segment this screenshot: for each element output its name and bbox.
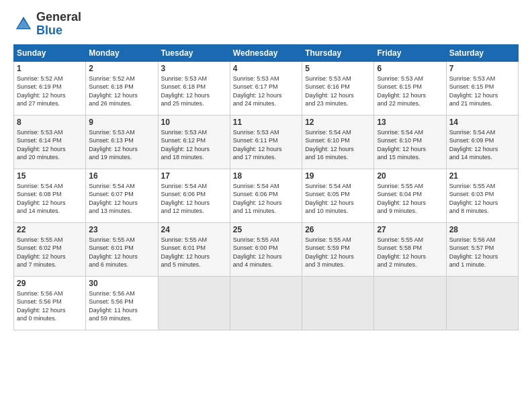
- day-info: Sunrise: 5:53 AM Sunset: 6:15 PM Dayligh…: [377, 75, 443, 108]
- day-info: Sunrise: 5:53 AM Sunset: 6:15 PM Dayligh…: [449, 75, 515, 108]
- day-info: Sunrise: 5:54 AM Sunset: 6:07 PM Dayligh…: [89, 182, 154, 216]
- day-info: Sunrise: 5:55 AM Sunset: 6:01 PM Dayligh…: [161, 236, 227, 269]
- day-number: 7: [449, 64, 515, 73]
- calendar-cell: 2Sunrise: 5:52 AM Sunset: 6:18 PM Daylig…: [86, 61, 158, 115]
- day-info: Sunrise: 5:55 AM Sunset: 6:02 PM Dayligh…: [17, 236, 83, 269]
- day-info: Sunrise: 5:54 AM Sunset: 6:06 PM Dayligh…: [161, 182, 227, 216]
- day-number: 16: [89, 171, 154, 181]
- day-info: Sunrise: 5:56 AM Sunset: 5:56 PM Dayligh…: [89, 289, 154, 323]
- calendar-cell: 21Sunrise: 5:55 AM Sunset: 6:03 PM Dayli…: [446, 169, 518, 222]
- day-info: Sunrise: 5:56 AM Sunset: 5:57 PM Dayligh…: [449, 236, 515, 269]
- day-number: 26: [305, 225, 371, 234]
- calendar-cell: 16Sunrise: 5:54 AM Sunset: 6:07 PM Dayli…: [86, 169, 158, 222]
- day-info: Sunrise: 5:53 AM Sunset: 6:11 PM Dayligh…: [233, 128, 299, 162]
- day-number: 23: [89, 225, 154, 234]
- calendar-cell: 22Sunrise: 5:55 AM Sunset: 6:02 PM Dayli…: [14, 222, 86, 276]
- day-number: 24: [161, 225, 227, 234]
- day-number: 5: [305, 64, 371, 73]
- day-info: Sunrise: 5:54 AM Sunset: 6:05 PM Dayligh…: [305, 182, 371, 216]
- calendar-cell: 19Sunrise: 5:54 AM Sunset: 6:05 PM Dayli…: [302, 169, 374, 222]
- page-header: GeneralBlue: [13, 11, 519, 38]
- day-number: 30: [89, 279, 154, 288]
- calendar-cell: 6Sunrise: 5:53 AM Sunset: 6:15 PM Daylig…: [374, 61, 446, 115]
- calendar-cell: 9Sunrise: 5:53 AM Sunset: 6:13 PM Daylig…: [86, 115, 158, 169]
- day-info: Sunrise: 5:53 AM Sunset: 6:17 PM Dayligh…: [233, 75, 299, 108]
- day-number: 6: [377, 64, 443, 73]
- day-number: 2: [89, 64, 154, 73]
- calendar-table: SundayMondayTuesdayWednesdayThursdayFrid…: [13, 44, 519, 330]
- day-info: Sunrise: 5:52 AM Sunset: 6:19 PM Dayligh…: [17, 75, 83, 108]
- day-number: 13: [377, 118, 443, 127]
- logo: GeneralBlue: [13, 11, 81, 38]
- day-info: Sunrise: 5:55 AM Sunset: 5:58 PM Dayligh…: [377, 236, 443, 269]
- col-header-tuesday: Tuesday: [158, 44, 230, 61]
- day-number: 22: [17, 225, 83, 234]
- calendar-cell: 24Sunrise: 5:55 AM Sunset: 6:01 PM Dayli…: [158, 222, 230, 276]
- col-header-sunday: Sunday: [14, 44, 86, 61]
- day-info: Sunrise: 5:54 AM Sunset: 6:10 PM Dayligh…: [377, 128, 443, 162]
- calendar-cell: 15Sunrise: 5:54 AM Sunset: 6:08 PM Dayli…: [14, 169, 86, 222]
- day-number: 14: [449, 118, 515, 127]
- calendar-cell: 13Sunrise: 5:54 AM Sunset: 6:10 PM Dayli…: [374, 115, 446, 169]
- day-number: 1: [17, 64, 83, 73]
- day-info: Sunrise: 5:55 AM Sunset: 5:59 PM Dayligh…: [305, 236, 371, 269]
- day-info: Sunrise: 5:55 AM Sunset: 6:00 PM Dayligh…: [233, 236, 299, 269]
- calendar-cell: 26Sunrise: 5:55 AM Sunset: 5:59 PM Dayli…: [302, 222, 374, 276]
- calendar-cell: 8Sunrise: 5:53 AM Sunset: 6:14 PM Daylig…: [14, 115, 86, 169]
- calendar-cell: 10Sunrise: 5:53 AM Sunset: 6:12 PM Dayli…: [158, 115, 230, 169]
- day-number: 19: [305, 171, 371, 181]
- day-number: 3: [161, 64, 227, 73]
- col-header-saturday: Saturday: [446, 44, 518, 61]
- day-info: Sunrise: 5:55 AM Sunset: 6:03 PM Dayligh…: [449, 182, 515, 216]
- logo-icon: [13, 14, 34, 34]
- calendar-cell: 25Sunrise: 5:55 AM Sunset: 6:00 PM Dayli…: [230, 222, 302, 276]
- calendar-cell: 12Sunrise: 5:54 AM Sunset: 6:10 PM Dayli…: [302, 115, 374, 169]
- calendar-cell: 27Sunrise: 5:55 AM Sunset: 5:58 PM Dayli…: [374, 222, 446, 276]
- day-number: 27: [377, 225, 443, 234]
- calendar-cell: 20Sunrise: 5:55 AM Sunset: 6:04 PM Dayli…: [374, 169, 446, 222]
- calendar-cell: 28Sunrise: 5:56 AM Sunset: 5:57 PM Dayli…: [446, 222, 518, 276]
- day-number: 8: [17, 118, 83, 127]
- calendar-cell: 7Sunrise: 5:53 AM Sunset: 6:15 PM Daylig…: [446, 61, 518, 115]
- day-info: Sunrise: 5:53 AM Sunset: 6:12 PM Dayligh…: [161, 128, 227, 162]
- day-number: 15: [17, 171, 83, 181]
- day-info: Sunrise: 5:55 AM Sunset: 6:04 PM Dayligh…: [377, 182, 443, 216]
- col-header-monday: Monday: [86, 44, 158, 61]
- calendar-cell: 14Sunrise: 5:54 AM Sunset: 6:09 PM Dayli…: [446, 115, 518, 169]
- calendar-cell: 29Sunrise: 5:56 AM Sunset: 5:56 PM Dayli…: [14, 276, 86, 330]
- day-info: Sunrise: 5:54 AM Sunset: 6:06 PM Dayligh…: [233, 182, 299, 216]
- day-info: Sunrise: 5:52 AM Sunset: 6:18 PM Dayligh…: [89, 75, 154, 108]
- calendar-cell: [158, 276, 230, 330]
- calendar-cell: 1Sunrise: 5:52 AM Sunset: 6:19 PM Daylig…: [14, 61, 86, 115]
- calendar-cell: 5Sunrise: 5:53 AM Sunset: 6:16 PM Daylig…: [302, 61, 374, 115]
- col-header-thursday: Thursday: [302, 44, 374, 61]
- calendar-cell: 23Sunrise: 5:55 AM Sunset: 6:01 PM Dayli…: [86, 222, 158, 276]
- calendar-cell: 4Sunrise: 5:53 AM Sunset: 6:17 PM Daylig…: [230, 61, 302, 115]
- day-number: 17: [161, 171, 227, 181]
- day-number: 21: [449, 171, 515, 181]
- day-number: 25: [233, 225, 299, 234]
- day-number: 4: [233, 64, 299, 73]
- day-info: Sunrise: 5:55 AM Sunset: 6:01 PM Dayligh…: [89, 236, 154, 269]
- calendar-cell: [446, 276, 518, 330]
- calendar-cell: 11Sunrise: 5:53 AM Sunset: 6:11 PM Dayli…: [230, 115, 302, 169]
- day-info: Sunrise: 5:54 AM Sunset: 6:08 PM Dayligh…: [17, 182, 83, 216]
- day-info: Sunrise: 5:54 AM Sunset: 6:10 PM Dayligh…: [305, 128, 371, 162]
- day-info: Sunrise: 5:53 AM Sunset: 6:16 PM Dayligh…: [305, 75, 371, 108]
- calendar-cell: 18Sunrise: 5:54 AM Sunset: 6:06 PM Dayli…: [230, 169, 302, 222]
- calendar-cell: [302, 276, 374, 330]
- day-number: 28: [449, 225, 515, 234]
- calendar-cell: [374, 276, 446, 330]
- day-number: 11: [233, 118, 299, 127]
- calendar-cell: 30Sunrise: 5:56 AM Sunset: 5:56 PM Dayli…: [86, 276, 158, 330]
- col-header-friday: Friday: [374, 44, 446, 61]
- day-info: Sunrise: 5:53 AM Sunset: 6:18 PM Dayligh…: [161, 75, 227, 108]
- day-number: 9: [89, 118, 154, 127]
- day-number: 10: [161, 118, 227, 127]
- day-info: Sunrise: 5:54 AM Sunset: 6:09 PM Dayligh…: [449, 128, 515, 162]
- col-header-wednesday: Wednesday: [230, 44, 302, 61]
- calendar-cell: [230, 276, 302, 330]
- day-number: 12: [305, 118, 371, 127]
- day-number: 18: [233, 171, 299, 181]
- day-number: 29: [17, 279, 83, 288]
